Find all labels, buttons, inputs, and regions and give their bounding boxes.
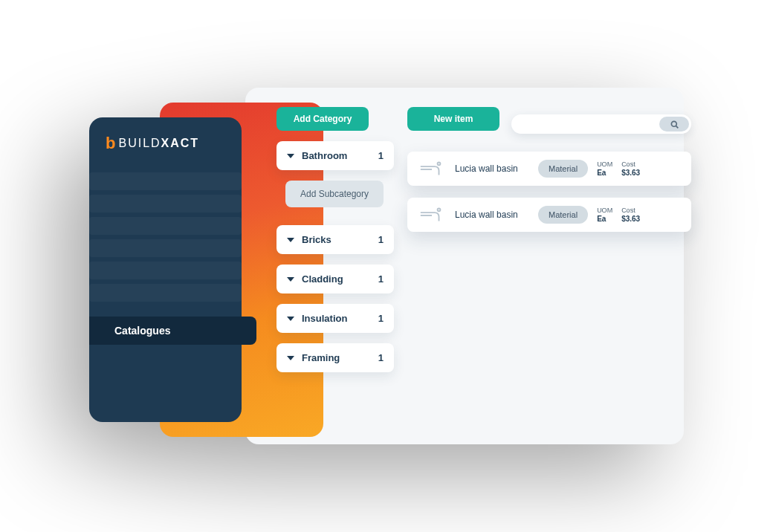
search-button[interactable] [659,117,689,132]
category-name: Bricks [302,234,331,245]
chevron-down-icon [287,238,294,242]
search-icon [670,120,679,129]
category-row-framing[interactable]: Framing 1 [276,343,394,372]
svg-point-3 [438,208,441,211]
nav-placeholder[interactable] [89,262,242,279]
logo-icon: b [106,135,115,152]
faucet-icon [418,159,446,178]
category-name: Framing [302,352,340,363]
svg-point-2 [438,162,441,165]
category-count: 1 [378,313,384,324]
nav-placeholder[interactable] [89,239,242,257]
app-window: b BUILDXACT Catalogues Add Category [89,88,684,444]
category-name: Cladding [302,273,343,285]
new-item-button[interactable]: New item [407,107,499,131]
logo-text: BUILDXACT [118,137,199,150]
content-area: Add Category Bathroom 1 Add Subcategory … [276,107,691,429]
categories-column: Add Category Bathroom 1 Add Subcategory … [276,107,394,429]
item-type-badge: Material [538,206,588,224]
add-subcategory-button[interactable]: Add Subcategory [285,181,384,207]
category-count: 1 [378,352,384,363]
nav-placeholder[interactable] [89,284,242,302]
nav-placeholder[interactable] [89,195,242,213]
category-row-bricks[interactable]: Bricks 1 [276,225,394,254]
chevron-down-icon [287,356,294,360]
item-name: Lucia wall basin [455,163,529,174]
item-cost: Cost $3.63 [621,160,640,177]
sidebar-item-label: Catalogues [114,325,170,337]
category-row-cladding[interactable]: Cladding 1 [276,265,394,293]
nav-placeholder[interactable] [89,172,242,190]
search-input[interactable] [511,114,691,134]
category-name: Insulation [302,313,347,324]
category-row-bathroom[interactable]: Bathroom 1 [276,141,394,170]
item-row[interactable]: Lucia wall basin Material UOM Ea Cost $3… [407,152,691,186]
items-column: New item Lucia wall basin Material UOM E… [407,107,691,429]
add-category-button[interactable]: Add Category [276,107,369,131]
sidebar: b BUILDXACT Catalogues [89,117,242,422]
category-count: 1 [378,273,384,285]
faucet-icon [418,205,446,224]
item-uom: UOM Ea [597,160,612,177]
category-count: 1 [378,234,384,245]
svg-line-1 [676,126,678,128]
chevron-down-icon [287,317,294,321]
item-name: Lucia wall basin [455,210,529,220]
nav-placeholder[interactable] [89,217,242,235]
svg-point-0 [671,121,676,126]
item-cost: Cost $3.63 [621,207,640,223]
item-row[interactable]: Lucia wall basin Material UOM Ea Cost $3… [407,198,691,232]
sidebar-item-catalogues[interactable]: Catalogues [89,317,256,345]
category-name: Bathroom [302,150,347,161]
chevron-down-icon [287,277,294,282]
item-type-badge: Material [538,160,588,178]
chevron-down-icon [287,154,294,158]
item-uom: UOM Ea [597,207,612,223]
category-count: 1 [378,150,384,161]
logo: b BUILDXACT [89,117,242,165]
nav-items: Catalogues [89,165,242,345]
category-row-insulation[interactable]: Insulation 1 [276,304,394,333]
